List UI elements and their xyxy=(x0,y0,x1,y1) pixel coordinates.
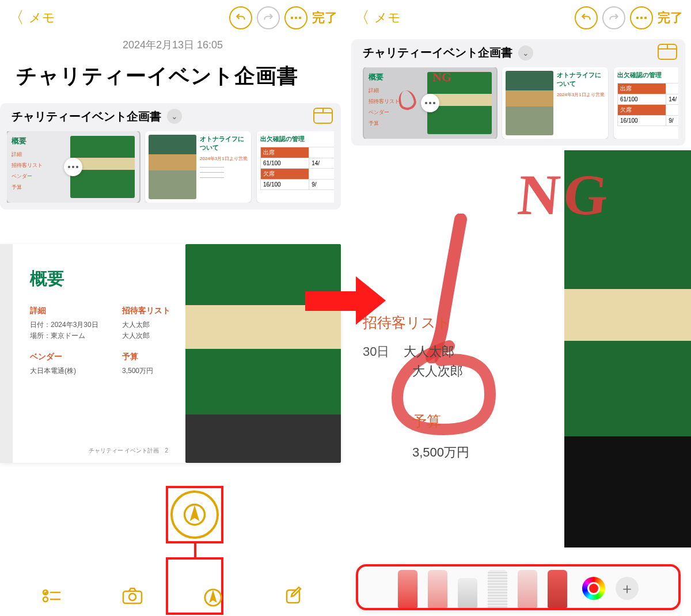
checklist-icon[interactable] xyxy=(40,585,63,606)
svg-point-0 xyxy=(291,17,293,19)
slide-thumbnail-2[interactable]: オトナライフについて 2024年3月1日より営業 ―――――――――――――――… xyxy=(145,131,251,203)
color-picker-button[interactable] xyxy=(582,577,605,600)
ruler-tool[interactable] xyxy=(488,570,507,608)
slide-preview[interactable]: 概要 詳細日付：2024年3月30日場所：東京ドーム ベンダー大日本電通(株) … xyxy=(0,244,341,463)
back-chevron-icon[interactable]: 〈 xyxy=(354,7,370,29)
done-button[interactable]: 完了 xyxy=(658,9,683,26)
attachment-gallery-right: チャリティーイベント企画書 ⌄ 概要 詳細招待客リストベンダー予算 NG オトナ… xyxy=(351,39,685,146)
expand-chevron-icon[interactable]: ⌄ xyxy=(518,45,533,60)
header-bar-right: 〈 メモ 完了 xyxy=(346,0,691,36)
done-button[interactable]: 完了 xyxy=(312,9,337,26)
bottom-toolbar xyxy=(0,584,346,608)
note-title[interactable]: チャリティーイベント企画書 xyxy=(0,52,346,103)
gallery-view-button[interactable] xyxy=(313,108,333,124)
slide-thumbnail-1[interactable]: 概要 詳細招待客リストベンダー予算 NG xyxy=(364,67,496,139)
expand-chevron-icon[interactable]: ⌄ xyxy=(167,109,182,124)
markup-tool-palette: ＋ xyxy=(356,564,681,610)
svg-point-6 xyxy=(43,597,48,602)
camera-icon[interactable] xyxy=(121,585,144,606)
slide-heading: 概要 xyxy=(30,267,175,291)
thumbnail-more-icon[interactable] xyxy=(421,94,439,112)
undo-button[interactable] xyxy=(229,6,252,29)
note-timestamp: 2024年2月13日 16:05 xyxy=(0,38,346,52)
slide-thumbnail-2[interactable]: オトナライフについて 2024年3月1日より営業 xyxy=(502,67,608,139)
zoom-budget-label: 予算 xyxy=(363,410,691,432)
gallery-view-button[interactable] xyxy=(658,44,677,60)
redo-button xyxy=(602,6,625,29)
zoom-guests-label: 招待客リスト xyxy=(363,311,691,334)
highlight-box-1 xyxy=(166,486,223,543)
undo-button[interactable] xyxy=(575,6,598,29)
attachment-title: チャリティーイベント企画書 xyxy=(12,109,161,124)
zoom-canvas[interactable]: NG 招待客リスト 30日 大人太郎 大人次郎 予算 3,500万円 xyxy=(346,150,691,462)
add-tool-button[interactable]: ＋ xyxy=(616,577,639,600)
attachment-gallery: チャリティーイベント企画書 ⌄ 概要 詳細招待客リスト ベンダー予算 オトナライ… xyxy=(0,103,341,210)
more-button[interactable] xyxy=(630,6,653,29)
svg-point-13 xyxy=(640,17,643,19)
svg-point-9 xyxy=(129,594,136,600)
slide-thumbnail-1[interactable]: 概要 詳細招待客リスト ベンダー予算 xyxy=(7,131,139,203)
transition-arrow-icon xyxy=(305,276,386,322)
highlight-connector xyxy=(194,543,196,557)
back-chevron-icon[interactable]: 〈 xyxy=(8,7,24,29)
svg-point-1 xyxy=(295,17,297,19)
pen-tool[interactable] xyxy=(398,570,417,608)
slide-thumbnail-3[interactable]: 出欠確認の管理 出席 61/10014/ 欠席 16/1009/ xyxy=(614,67,678,139)
header-bar: 〈 メモ 完了 xyxy=(0,0,346,36)
redo-button xyxy=(257,6,280,29)
attachment-title: チャリティーイベント企画書 xyxy=(363,45,512,60)
slide-footer: チャリティー イベント計画 2 xyxy=(89,447,168,455)
thumbnail-more-icon[interactable] xyxy=(64,158,82,176)
zoom-budget-value: 3,500万円 xyxy=(363,443,691,462)
eraser-tool[interactable] xyxy=(458,578,477,608)
markup-icon[interactable] xyxy=(202,587,225,608)
compose-icon[interactable] xyxy=(282,585,305,606)
svg-point-12 xyxy=(636,17,639,19)
back-label[interactable]: メモ xyxy=(374,9,401,26)
svg-point-14 xyxy=(644,17,647,19)
back-label[interactable]: メモ xyxy=(29,9,55,26)
crayon-tool[interactable] xyxy=(548,570,567,608)
marker-tool[interactable] xyxy=(428,570,447,608)
pencil-tool[interactable] xyxy=(518,570,537,608)
more-button[interactable] xyxy=(284,6,307,29)
svg-point-2 xyxy=(299,17,301,19)
slide-thumbnail-3[interactable]: 出欠確認の管理 出席 61/10014/ 欠席 16/1009/ xyxy=(257,131,334,203)
